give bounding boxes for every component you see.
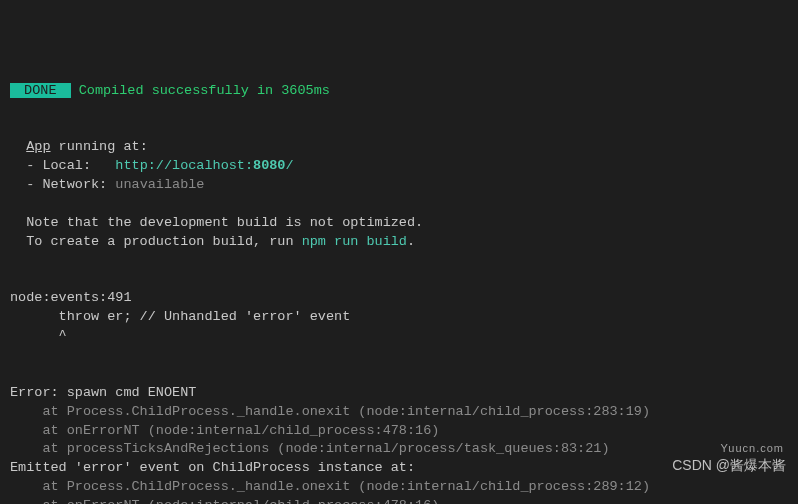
watermark-logo: Yuucn.com bbox=[721, 441, 784, 456]
done-badge: DONE bbox=[10, 83, 71, 98]
note-line-2-prefix: To create a production build, run bbox=[10, 234, 302, 249]
throw-line: throw er; // Unhandled 'error' event bbox=[10, 309, 350, 324]
stack-line-4: at Process.ChildProcess._handle.onexit (… bbox=[10, 479, 650, 494]
app-label: App bbox=[26, 139, 50, 154]
stack-line-3: at processTicksAndRejections (node:inter… bbox=[10, 441, 610, 456]
stack-line-1: at Process.ChildProcess._handle.onexit (… bbox=[10, 404, 650, 419]
compiled-message: Compiled successfully in 3605ms bbox=[79, 83, 330, 98]
local-url[interactable]: http://localhost:8080/ bbox=[115, 158, 293, 173]
note-line-1: Note that the development build is not o… bbox=[10, 215, 423, 230]
local-label: - Local: bbox=[10, 158, 115, 173]
network-value: unavailable bbox=[115, 177, 204, 192]
stack-line-5: at onErrorNT (node:internal/child_proces… bbox=[10, 498, 439, 504]
caret-line: ^ bbox=[10, 328, 67, 343]
watermark-text: CSDN @酱爆本酱 bbox=[672, 456, 786, 476]
events-line: node:events:491 bbox=[10, 290, 132, 305]
emitted-title: Emitted 'error' event on ChildProcess in… bbox=[10, 460, 415, 475]
network-label: - Network: bbox=[10, 177, 115, 192]
note-line-2-suffix: . bbox=[407, 234, 415, 249]
npm-command: npm run build bbox=[302, 234, 407, 249]
error-title: Error: spawn cmd ENOENT bbox=[10, 385, 196, 400]
running-at-label: running at: bbox=[51, 139, 148, 154]
stack-line-2: at onErrorNT (node:internal/child_proces… bbox=[10, 423, 439, 438]
